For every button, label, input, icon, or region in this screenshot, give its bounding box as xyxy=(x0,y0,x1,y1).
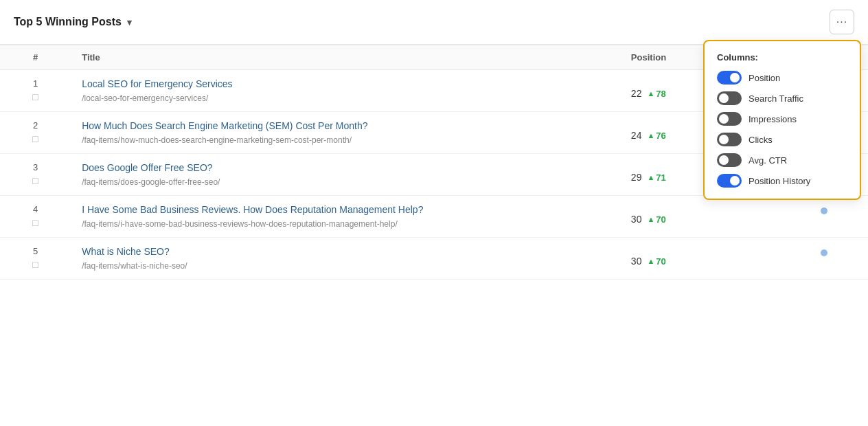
row-position-cell: 30 ▲ 70 xyxy=(620,196,779,238)
position-change: ▲ 70 xyxy=(647,214,665,225)
position-value: 29 xyxy=(631,172,642,183)
toggle-avg.-ctr[interactable] xyxy=(717,153,742,167)
post-url: /faq-items/does-google-offer-free-seo/ xyxy=(82,177,220,187)
column-toggle-row-clicks: Clicks xyxy=(717,133,847,146)
position-change: ▲ 78 xyxy=(647,89,665,99)
column-toggle-label: Clicks xyxy=(749,135,773,145)
more-options-button[interactable]: ··· xyxy=(830,10,854,34)
document-icon: □ xyxy=(32,217,38,228)
column-toggle-label: Position xyxy=(749,73,780,83)
column-toggle-row-avg.-ctr: Avg. CTR xyxy=(717,153,847,167)
row-number: 2 xyxy=(11,120,60,131)
toggle-position-history[interactable] xyxy=(717,174,742,188)
header-title-group: Top 5 Winning Posts ▾ xyxy=(14,16,132,28)
table-header: Top 5 Winning Posts ▾ ··· xyxy=(0,0,868,45)
row-extra-cell xyxy=(779,238,868,280)
row-extra-cell xyxy=(779,196,868,238)
row-number: 4 xyxy=(11,204,60,214)
position-history-dot xyxy=(821,249,827,256)
col-header-num: # xyxy=(0,45,71,70)
row-title-cell: What is Niche SEO? /faq-items/what-is-ni… xyxy=(71,238,620,280)
row-number-cell: 5□ xyxy=(0,238,71,280)
document-icon: □ xyxy=(32,133,38,144)
position-value: 30 xyxy=(631,214,642,225)
row-number-cell: 4□ xyxy=(0,196,71,238)
row-title-cell: Local SEO for Emergency Services /local-… xyxy=(71,70,620,112)
column-toggle-label: Search Traffic xyxy=(749,93,803,104)
document-icon: □ xyxy=(32,91,38,102)
row-number-cell: 3□ xyxy=(0,154,71,196)
columns-popup: Columns: PositionSearch TrafficImpressio… xyxy=(703,40,861,200)
chevron-down-icon[interactable]: ▾ xyxy=(127,17,132,27)
post-title-link[interactable]: I Have Some Bad Business Reviews. How Do… xyxy=(82,204,609,215)
column-toggle-row-position: Position xyxy=(717,71,847,85)
page-container: Top 5 Winning Posts ▾ ··· # Title Positi… xyxy=(0,0,868,426)
arrow-up-icon: ▲ xyxy=(647,257,654,265)
post-url: /faq-items/i-have-some-bad-business-revi… xyxy=(82,219,398,229)
row-number: 3 xyxy=(11,162,60,172)
row-title-cell: How Much Does Search Engine Marketing (S… xyxy=(71,112,620,154)
arrow-up-icon: ▲ xyxy=(647,131,654,139)
column-toggle-label: Avg. CTR xyxy=(749,155,787,166)
row-number-cell: 1□ xyxy=(0,70,71,112)
row-number: 1 xyxy=(11,78,60,89)
position-change: ▲ 76 xyxy=(647,131,665,141)
position-change: ▲ 71 xyxy=(647,172,665,183)
column-toggle-label: Position History xyxy=(749,176,810,186)
column-toggle-row-position-history: Position History xyxy=(717,174,847,188)
row-title-cell: Does Google Offer Free SEO? /faq-items/d… xyxy=(71,154,620,196)
position-history-dot xyxy=(821,208,827,214)
position-change: ▲ 70 xyxy=(647,256,665,267)
post-url: /faq-items/what-is-niche-seo/ xyxy=(82,261,187,271)
row-number-cell: 2□ xyxy=(0,112,71,154)
toggle-position[interactable] xyxy=(717,71,742,85)
column-toggle-label: Impressions xyxy=(749,114,797,124)
column-toggle-row-impressions: Impressions xyxy=(717,112,847,126)
post-title-link[interactable]: Does Google Offer Free SEO? xyxy=(82,162,609,173)
position-value: 30 xyxy=(631,256,642,267)
arrow-up-icon: ▲ xyxy=(647,215,654,223)
row-number: 5 xyxy=(11,246,60,256)
table-row: 5□ What is Niche SEO? /faq-items/what-is… xyxy=(0,238,868,280)
post-title-link[interactable]: Local SEO for Emergency Services xyxy=(82,78,609,89)
col-header-title: Title xyxy=(71,45,620,70)
arrow-up-icon: ▲ xyxy=(647,89,654,98)
post-title-link[interactable]: What is Niche SEO? xyxy=(82,246,609,257)
row-title-cell: I Have Some Bad Business Reviews. How Do… xyxy=(71,196,620,238)
document-icon: □ xyxy=(32,175,38,186)
position-value: 22 xyxy=(631,88,642,99)
post-title-link[interactable]: How Much Does Search Engine Marketing (S… xyxy=(82,120,609,131)
post-url: /local-seo-for-emergency-services/ xyxy=(82,93,208,103)
toggle-impressions[interactable] xyxy=(717,112,742,126)
post-url: /faq-items/how-much-does-search-engine-m… xyxy=(82,135,352,145)
document-icon: □ xyxy=(32,259,38,270)
position-value: 24 xyxy=(631,130,642,141)
row-position-cell: 30 ▲ 70 xyxy=(620,238,779,280)
table-row: 4□ I Have Some Bad Business Reviews. How… xyxy=(0,196,868,238)
columns-popup-label: Columns: xyxy=(717,52,847,63)
arrow-up-icon: ▲ xyxy=(647,173,654,181)
column-toggle-row-search-traffic: Search Traffic xyxy=(717,91,847,105)
toggle-clicks[interactable] xyxy=(717,133,742,146)
toggle-search-traffic[interactable] xyxy=(717,91,742,105)
table-title: Top 5 Winning Posts xyxy=(14,16,122,28)
